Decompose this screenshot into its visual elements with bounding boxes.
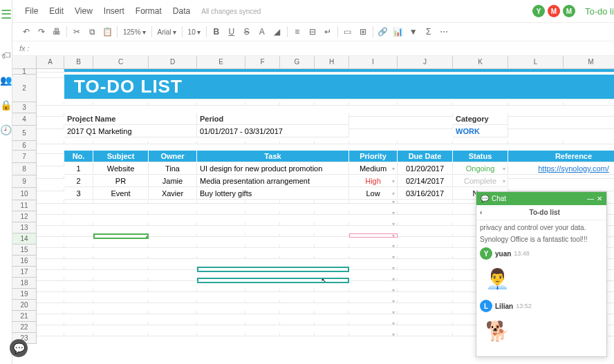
cell-reference[interactable]: https://synology.com/ xyxy=(508,163,614,175)
cell[interactable] xyxy=(149,311,197,314)
cell[interactable] xyxy=(280,211,315,215)
cell[interactable] xyxy=(37,322,64,325)
cell[interactable] xyxy=(349,211,398,215)
cell[interactable] xyxy=(349,333,398,336)
cell[interactable] xyxy=(93,102,149,106)
cell[interactable] xyxy=(398,200,453,204)
cell[interactable] xyxy=(149,333,197,336)
cell[interactable] xyxy=(149,141,197,144)
row-header[interactable]: 3 xyxy=(12,102,37,113)
collaborator-avatar[interactable]: M xyxy=(563,5,575,17)
cell[interactable] xyxy=(280,311,315,314)
cell[interactable] xyxy=(93,233,149,239)
cell[interactable] xyxy=(280,233,315,237)
row-header[interactable]: 14 xyxy=(12,233,37,245)
cell[interactable] xyxy=(349,222,398,226)
menu-format[interactable]: Format xyxy=(130,4,167,18)
cell-priority[interactable]: Medium xyxy=(349,163,398,175)
cell[interactable] xyxy=(564,141,614,144)
cell[interactable] xyxy=(280,222,315,226)
align-icon[interactable]: ≡ xyxy=(290,25,304,39)
cell-no[interactable]: 1 xyxy=(64,163,93,175)
row-header[interactable]: 7 xyxy=(12,151,37,163)
chart-icon[interactable]: 📊 xyxy=(391,25,405,39)
cell[interactable] xyxy=(349,233,398,238)
cell-status[interactable]: Ongoing xyxy=(453,163,508,175)
cell-priority[interactable]: High xyxy=(349,175,398,187)
cell[interactable] xyxy=(508,126,614,129)
cell[interactable] xyxy=(245,245,280,248)
menu-icon[interactable]: ☰ xyxy=(1,7,12,22)
cell[interactable] xyxy=(64,69,614,73)
cell[interactable] xyxy=(37,69,64,73)
menu-file[interactable]: File xyxy=(19,4,44,18)
cell[interactable] xyxy=(149,211,197,215)
cell[interactable] xyxy=(93,300,149,303)
link-icon[interactable]: 🔗 xyxy=(376,25,390,39)
cell[interactable] xyxy=(93,211,149,215)
collaborator-avatar[interactable]: Y xyxy=(532,5,545,17)
cell[interactable] xyxy=(37,102,64,106)
cell[interactable] xyxy=(64,245,93,248)
cell[interactable] xyxy=(245,141,280,144)
cell[interactable] xyxy=(37,300,64,303)
cell-status[interactable]: Complete xyxy=(453,175,508,187)
fontsize-select[interactable]: 10 ▾ xyxy=(185,27,203,37)
row-header[interactable]: 9 xyxy=(12,175,37,188)
cell[interactable] xyxy=(398,311,453,314)
cell[interactable] xyxy=(37,211,64,215)
row-header[interactable]: 1 xyxy=(12,69,37,75)
lock-icon[interactable]: 🔒 xyxy=(0,99,12,111)
cell[interactable] xyxy=(93,200,149,204)
cell[interactable] xyxy=(315,322,349,325)
cell[interactable] xyxy=(280,322,315,325)
row-header[interactable]: 18 xyxy=(12,278,37,289)
cell[interactable] xyxy=(280,300,315,303)
cell[interactable] xyxy=(508,102,564,106)
row-header[interactable]: 16 xyxy=(12,256,37,267)
cell[interactable] xyxy=(315,311,349,314)
row-header[interactable]: 12 xyxy=(12,211,37,222)
border-icon[interactable]: ⊞ xyxy=(356,25,370,39)
cell[interactable] xyxy=(64,211,93,215)
menu-edit[interactable]: Edit xyxy=(44,4,69,18)
cell-due[interactable]: 02/14/2017 xyxy=(398,175,453,187)
cell[interactable] xyxy=(315,245,349,248)
cell[interactable] xyxy=(349,322,398,325)
cell[interactable] xyxy=(197,289,245,292)
row-header[interactable]: 17 xyxy=(12,267,37,278)
cell[interactable] xyxy=(280,256,315,259)
cell[interactable] xyxy=(64,102,93,106)
cell[interactable] xyxy=(93,311,149,314)
cell[interactable] xyxy=(398,289,453,292)
cell-owner[interactable]: Xavier xyxy=(149,188,197,200)
cell[interactable] xyxy=(349,245,398,248)
cell[interactable] xyxy=(398,267,453,270)
row-header[interactable]: 21 xyxy=(12,311,37,322)
cell[interactable] xyxy=(37,75,64,78)
cell[interactable] xyxy=(93,245,149,248)
cell[interactable] xyxy=(197,300,245,303)
textcolor-icon[interactable]: A xyxy=(255,25,269,39)
collaborator-selection[interactable]: ↖ xyxy=(197,278,349,283)
cell[interactable] xyxy=(149,256,197,259)
cell-subject[interactable]: Website xyxy=(93,163,149,175)
cell[interactable] xyxy=(280,289,315,292)
row-header[interactable]: 20 xyxy=(12,300,37,311)
underline-icon[interactable]: U xyxy=(225,25,239,39)
cell[interactable] xyxy=(245,102,280,106)
row-header[interactable]: 5 xyxy=(12,126,37,141)
cell[interactable] xyxy=(93,322,149,325)
cell[interactable] xyxy=(315,233,349,237)
cell-subject[interactable]: PR xyxy=(93,175,149,187)
cell[interactable] xyxy=(453,141,508,144)
cell[interactable] xyxy=(37,175,64,179)
cell-task[interactable]: Buy lottery gifts xyxy=(197,188,349,200)
cell[interactable] xyxy=(508,113,614,117)
cell[interactable] xyxy=(37,188,64,191)
cell[interactable] xyxy=(64,233,93,237)
more-icon[interactable]: ⋯ xyxy=(437,25,451,39)
cell[interactable] xyxy=(37,267,64,270)
cell[interactable] xyxy=(64,278,93,281)
cell[interactable] xyxy=(245,300,280,303)
